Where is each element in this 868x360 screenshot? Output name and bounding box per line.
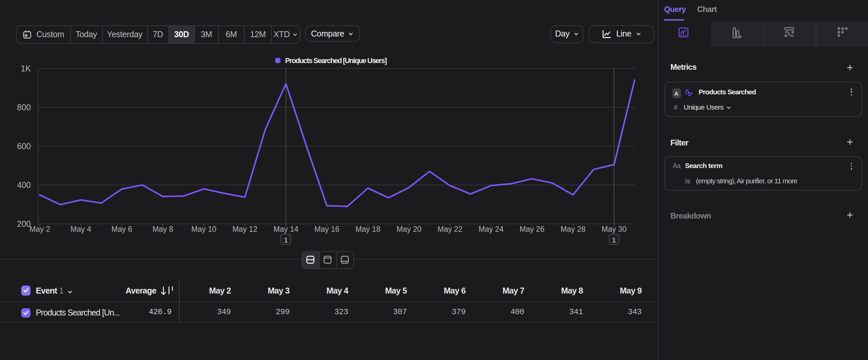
svg-text:800: 800 — [17, 103, 31, 112]
svg-text:May 16: May 16 — [314, 225, 339, 233]
svg-text:May 10: May 10 — [191, 225, 216, 233]
svg-text:May 4: May 4 — [70, 225, 91, 233]
svg-text:May 2: May 2 — [30, 225, 51, 233]
svg-text:May 26: May 26 — [520, 225, 545, 233]
svg-text:600: 600 — [17, 141, 31, 151]
svg-text:May 18: May 18 — [355, 225, 380, 233]
svg-text:May 12: May 12 — [232, 225, 257, 233]
svg-text:May 20: May 20 — [397, 225, 422, 233]
svg-text:May 14: May 14 — [274, 225, 299, 233]
svg-text:May 8: May 8 — [153, 225, 174, 233]
svg-text:200: 200 — [17, 219, 31, 228]
svg-text:May 6: May 6 — [112, 225, 132, 233]
svg-text:400: 400 — [17, 180, 31, 190]
svg-text:May 30: May 30 — [601, 225, 626, 233]
svg-text:May 22: May 22 — [437, 225, 462, 233]
svg-text:1K: 1K — [21, 64, 31, 73]
svg-text:May 24: May 24 — [478, 225, 504, 233]
svg-text:May 28: May 28 — [561, 225, 586, 233]
